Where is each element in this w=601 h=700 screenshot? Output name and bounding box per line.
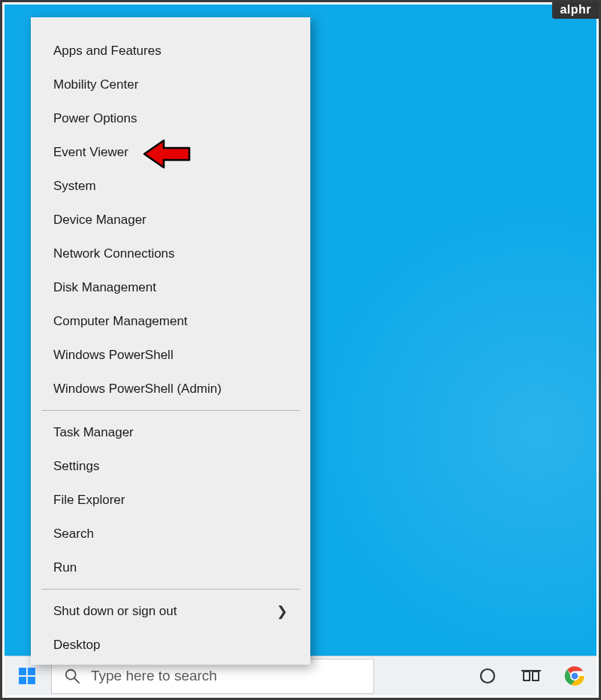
menu-item-label: Apps and Features: [53, 44, 162, 59]
chevron-right-icon: ❯: [276, 603, 288, 620]
svg-rect-1: [28, 668, 35, 675]
menu-item-label: Windows PowerShell: [53, 348, 174, 363]
menu-item-system[interactable]: System: [31, 169, 310, 203]
menu-item-run[interactable]: Run: [31, 551, 310, 584]
svg-rect-2: [19, 677, 26, 684]
menu-item-device-manager[interactable]: Device Manager: [31, 203, 310, 237]
menu-item-file-explorer[interactable]: File Explorer: [31, 483, 310, 517]
menu-item-label: Shut down or sign out: [53, 604, 177, 619]
menu-item-label: Run: [53, 560, 77, 575]
menu-item-shut-down-or-sign-out[interactable]: Shut down or sign out ❯: [31, 594, 310, 628]
menu-item-apps-and-features[interactable]: Apps and Features: [31, 34, 310, 68]
task-view-button[interactable]: [509, 656, 553, 696]
svg-rect-9: [521, 670, 541, 671]
menu-item-disk-management[interactable]: Disk Management: [31, 270, 310, 304]
menu-item-network-connections[interactable]: Network Connections: [31, 237, 310, 270]
circle-ring-icon: [479, 667, 497, 685]
menu-item-windows-powershell[interactable]: Windows PowerShell: [31, 338, 310, 372]
menu-item-label: Computer Management: [53, 314, 188, 329]
menu-item-label: Network Connections: [53, 246, 175, 261]
menu-item-mobility-center[interactable]: Mobility Center: [31, 68, 310, 101]
cortana-button[interactable]: [466, 656, 509, 696]
svg-line-5: [74, 678, 79, 683]
menu-separator: [41, 589, 300, 590]
menu-item-power-options[interactable]: Power Options: [31, 101, 310, 135]
menu-separator: [41, 410, 300, 411]
menu-item-label: Task Manager: [53, 425, 134, 440]
svg-rect-8: [533, 671, 539, 680]
menu-item-label: Device Manager: [53, 213, 146, 228]
menu-item-label: Mobility Center: [53, 77, 138, 92]
svg-rect-7: [524, 671, 530, 680]
menu-item-label: Disk Management: [53, 280, 156, 295]
menu-item-label: File Explorer: [53, 493, 125, 508]
menu-item-label: System: [53, 179, 96, 194]
menu-item-task-manager[interactable]: Task Manager: [31, 415, 310, 449]
menu-item-label: Search: [53, 527, 94, 542]
menu-item-label: Settings: [53, 459, 99, 474]
windows-logo-icon: [18, 667, 36, 685]
search-placeholder: Type here to search: [91, 668, 217, 684]
menu-item-windows-powershell-admin[interactable]: Windows PowerShell (Admin): [31, 372, 310, 406]
svg-point-6: [481, 669, 494, 683]
chrome-icon: [564, 665, 585, 686]
watermark-badge: alphr: [552, 2, 599, 19]
menu-item-label: Windows PowerShell (Admin): [53, 382, 222, 397]
winx-context-menu: Apps and Features Mobility Center Power …: [31, 17, 310, 665]
menu-item-label: Desktop: [53, 638, 100, 653]
svg-rect-0: [19, 668, 26, 675]
menu-item-settings[interactable]: Settings: [31, 449, 310, 483]
menu-item-computer-management[interactable]: Computer Management: [31, 304, 310, 338]
screenshot-frame: alphr Apps and Features Mobility Center …: [0, 0, 601, 700]
menu-item-label: Power Options: [53, 111, 137, 126]
menu-item-event-viewer[interactable]: Event Viewer: [31, 135, 310, 169]
svg-rect-3: [28, 677, 35, 684]
search-icon: [64, 668, 80, 684]
menu-item-label: Event Viewer: [53, 145, 128, 160]
chrome-taskbar-button[interactable]: [553, 656, 596, 696]
menu-item-desktop[interactable]: Desktop: [31, 628, 310, 662]
menu-item-search[interactable]: Search: [31, 517, 310, 551]
task-view-icon: [521, 668, 541, 684]
